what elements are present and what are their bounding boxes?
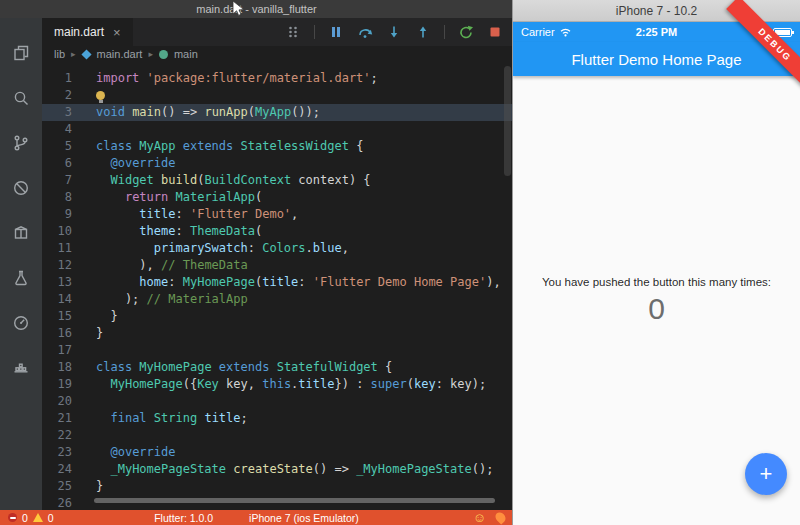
step-over-button[interactable] — [357, 24, 373, 40]
code-line[interactable]: 22 — [42, 427, 513, 444]
code-line[interactable]: 8 return MaterialApp( — [42, 189, 513, 206]
vertical-scrollbar[interactable] — [504, 66, 511, 176]
drag-handle-icon[interactable] — [285, 24, 301, 40]
line-number[interactable]: 16 — [42, 325, 86, 342]
line-number[interactable]: 4 — [42, 121, 86, 138]
device-label[interactable]: iPhone 7 (ios Emulator) — [249, 512, 359, 524]
test-flask-icon[interactable] — [12, 269, 30, 287]
code-line[interactable]: 10 theme: ThemeData( — [42, 223, 513, 240]
error-icon — [8, 513, 17, 522]
line-number[interactable]: 12 — [42, 257, 86, 274]
code-line[interactable]: 25} — [42, 478, 513, 495]
code-line[interactable]: 7 Widget build(BuildContext context) { — [42, 172, 513, 189]
line-number[interactable]: 21 — [42, 410, 86, 427]
no-entry-icon[interactable] — [12, 179, 30, 197]
package-icon[interactable] — [12, 224, 30, 242]
code-line[interactable]: 2 — [42, 87, 513, 104]
tab-close-icon[interactable]: × — [113, 25, 121, 40]
carrier-label: Carrier — [521, 26, 555, 38]
run-toolbar — [285, 18, 513, 46]
line-number[interactable]: 18 — [42, 359, 86, 376]
ide-titlebar[interactable]: main.dart - vanilla_flutter — [0, 0, 513, 18]
code-editor[interactable]: 1import 'package:flutter/material.dart';… — [42, 62, 513, 510]
code-line[interactable]: 6 @override — [42, 155, 513, 172]
code-line[interactable]: 15 } — [42, 308, 513, 325]
dart-file-icon — [81, 49, 91, 59]
app-bar-title: Flutter Demo Home Page — [571, 51, 741, 68]
version-control-icon[interactable] — [12, 134, 30, 152]
line-number[interactable]: 6 — [42, 155, 86, 172]
toolbar-divider — [444, 25, 445, 39]
code-text — [86, 342, 96, 359]
line-number[interactable]: 22 — [42, 427, 86, 444]
line-number[interactable]: 1 — [42, 70, 86, 87]
line-number[interactable]: 24 — [42, 461, 86, 478]
files-icon[interactable] — [12, 44, 30, 62]
line-number[interactable]: 26 — [42, 495, 86, 510]
code-line[interactable]: 14 ); // MaterialApp — [42, 291, 513, 308]
line-number[interactable]: 9 — [42, 206, 86, 223]
breadcrumb-symbol[interactable]: main — [174, 48, 198, 60]
line-number[interactable]: 7 — [42, 172, 86, 189]
editor-lines: 1import 'package:flutter/material.dart';… — [42, 70, 513, 510]
code-line[interactable]: 17 — [42, 342, 513, 359]
counter-caption: You have pushed the button this many tim… — [542, 276, 771, 288]
code-text: ); // MaterialApp — [86, 291, 248, 308]
pause-button[interactable] — [328, 24, 344, 40]
line-number[interactable]: 20 — [42, 393, 86, 410]
line-number[interactable]: 15 — [42, 308, 86, 325]
app-body: You have pushed the button this many tim… — [513, 76, 800, 525]
hot-reload-button[interactable] — [458, 24, 474, 40]
code-line[interactable]: 11 primarySwatch: Colors.blue, — [42, 240, 513, 257]
code-line[interactable]: 3void main() => runApp(MyApp()); — [42, 104, 513, 121]
tab-main-dart[interactable]: main.dart × — [42, 18, 133, 46]
code-line[interactable]: 12 ), // ThemeData — [42, 257, 513, 274]
code-text: primarySwatch: Colors.blue, — [86, 240, 349, 257]
code-line[interactable]: 21 final String title; — [42, 410, 513, 427]
lightbulb-icon[interactable] — [96, 91, 105, 100]
line-number[interactable]: 17 — [42, 342, 86, 359]
code-text — [86, 427, 96, 444]
code-text: return MaterialApp( — [86, 189, 262, 206]
line-number[interactable]: 19 — [42, 376, 86, 393]
code-line[interactable]: 19 MyHomePage({Key key, this.title}) : s… — [42, 376, 513, 393]
breadcrumb-lib[interactable]: lib — [54, 48, 65, 60]
line-number[interactable]: 5 — [42, 138, 86, 155]
line-number[interactable]: 10 — [42, 223, 86, 240]
breadcrumb-file[interactable]: main.dart — [97, 48, 143, 60]
code-line[interactable]: 24 _MyHomePageState createState() => _My… — [42, 461, 513, 478]
search-icon[interactable] — [12, 89, 30, 107]
code-line[interactable]: 1import 'package:flutter/material.dart'; — [42, 70, 513, 87]
function-icon — [159, 50, 168, 59]
profiler-gauge-icon[interactable] — [12, 314, 30, 332]
line-number[interactable]: 8 — [42, 189, 86, 206]
code-line[interactable]: 18class MyHomePage extends StatefulWidge… — [42, 359, 513, 376]
code-text: } — [86, 325, 103, 342]
docker-icon[interactable] — [12, 359, 30, 377]
code-line[interactable]: 20 — [42, 393, 513, 410]
step-out-button[interactable] — [415, 24, 431, 40]
stop-button[interactable] — [487, 24, 503, 40]
feedback-smiley-icon[interactable]: ☺ — [473, 511, 486, 524]
horizontal-scrollbar[interactable] — [94, 498, 495, 503]
line-number[interactable]: 11 — [42, 240, 86, 257]
code-line[interactable]: 13 home: MyHomePage(title: 'Flutter Demo… — [42, 274, 513, 291]
line-number[interactable]: 25 — [42, 478, 86, 495]
code-line[interactable]: 9 title: 'Flutter Demo', — [42, 206, 513, 223]
fab-button[interactable]: + — [745, 453, 787, 495]
line-number[interactable]: 2 — [42, 87, 86, 104]
code-line[interactable]: 5class MyApp extends StatelessWidget { — [42, 138, 513, 155]
code-line[interactable]: 16} — [42, 325, 513, 342]
code-line[interactable]: 23 @override — [42, 444, 513, 461]
line-number[interactable]: 14 — [42, 291, 86, 308]
line-number[interactable]: 3 — [42, 104, 86, 121]
line-number[interactable]: 23 — [42, 444, 86, 461]
screen: main.dart - vanilla_flutter — [0, 0, 800, 525]
step-into-button[interactable] — [386, 24, 402, 40]
code-text — [86, 87, 105, 104]
carrier-group: Carrier — [521, 26, 572, 38]
code-text: MyHomePage({Key key, this.title}) : supe… — [86, 376, 486, 393]
editor-panel: main.dart × — [42, 18, 513, 510]
line-number[interactable]: 13 — [42, 274, 86, 291]
code-line[interactable]: 4 — [42, 121, 513, 138]
